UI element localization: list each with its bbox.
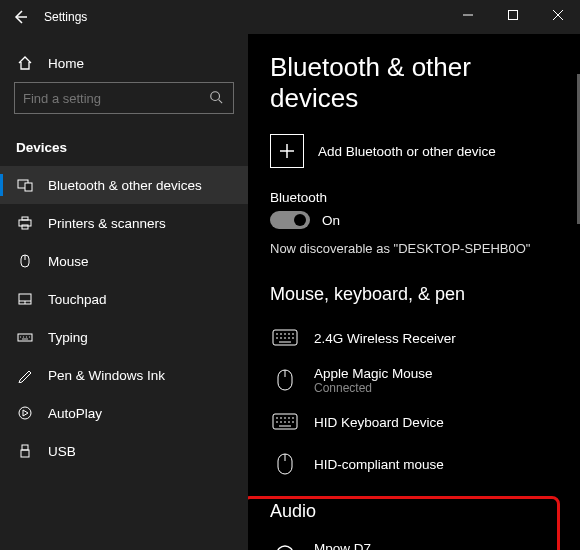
main-panel: Bluetooth & other devices Add Bluetooth …: [248, 34, 580, 550]
bluetooth-label: Bluetooth: [270, 190, 558, 205]
svg-rect-11: [22, 445, 28, 450]
device-status: Connected: [314, 381, 433, 395]
sidebar-item-label: Touchpad: [48, 292, 107, 307]
bluetooth-toggle[interactable]: [270, 211, 310, 229]
close-button[interactable]: [535, 0, 580, 30]
titlebar: Settings: [0, 0, 580, 34]
maximize-button[interactable]: [490, 0, 535, 30]
svg-rect-3: [25, 183, 32, 191]
device-row[interactable]: Apple Magic Mouse Connected: [270, 359, 558, 401]
mouse-icon: [16, 252, 34, 270]
keyboard-icon: [270, 409, 300, 435]
search-input[interactable]: [23, 91, 209, 106]
pen-icon: [16, 366, 34, 384]
window-controls: [445, 0, 580, 30]
discoverable-text: Now discoverable as "DESKTOP-SPEHB0O": [270, 241, 558, 256]
sidebar-item-bluetooth[interactable]: Bluetooth & other devices: [0, 166, 248, 204]
section-title-mkp: Mouse, keyboard, & pen: [270, 284, 558, 305]
touchpad-icon: [16, 290, 34, 308]
sidebar-item-label: Mouse: [48, 254, 89, 269]
sidebar-item-printers[interactable]: Printers & scanners: [0, 204, 248, 242]
back-arrow-icon: [12, 9, 28, 25]
search-box[interactable]: [14, 82, 234, 114]
minimize-button[interactable]: [445, 0, 490, 30]
plus-icon: [270, 134, 304, 168]
svg-rect-9: [18, 334, 32, 341]
svg-rect-0: [508, 11, 517, 20]
sidebar: Home Devices Bluetooth & other devices P: [0, 34, 248, 550]
sidebar-item-label: Typing: [48, 330, 88, 345]
add-device-label: Add Bluetooth or other device: [318, 144, 496, 159]
sidebar-item-label: AutoPlay: [48, 406, 102, 421]
sidebar-item-label: USB: [48, 444, 76, 459]
sidebar-item-pen[interactable]: Pen & Windows Ink: [0, 356, 248, 394]
sidebar-item-label: Printers & scanners: [48, 216, 166, 231]
toggle-knob: [294, 214, 306, 226]
back-button[interactable]: [0, 0, 40, 34]
device-row[interactable]: 2.4G Wireless Receiver: [270, 317, 558, 359]
svg-rect-5: [22, 217, 28, 220]
typing-icon: [16, 328, 34, 346]
page-heading: Bluetooth & other devices: [270, 52, 558, 114]
device-row[interactable]: HID Keyboard Device: [270, 401, 558, 443]
sidebar-section-label: Devices: [16, 140, 67, 155]
sidebar-item-touchpad[interactable]: Touchpad: [0, 280, 248, 318]
sidebar-item-autoplay[interactable]: AutoPlay: [0, 394, 248, 432]
device-name: 2.4G Wireless Receiver: [314, 331, 456, 346]
sidebar-home[interactable]: Home: [0, 44, 248, 82]
sidebar-home-label: Home: [48, 56, 84, 71]
maximize-icon: [508, 10, 518, 20]
search-icon: [209, 90, 225, 106]
device-name: HID Keyboard Device: [314, 415, 444, 430]
device-row-audio[interactable]: Mpow D7 Connected voice, music: [270, 534, 558, 550]
section-title-audio: Audio: [270, 501, 558, 522]
svg-point-10: [19, 407, 31, 419]
device-name: Mpow D7: [314, 541, 441, 551]
device-name: Apple Magic Mouse: [314, 366, 433, 381]
bluetooth-toggle-state: On: [322, 213, 340, 228]
device-row[interactable]: HID-compliant mouse: [270, 443, 558, 485]
sidebar-section-devices: Devices: [0, 128, 248, 166]
keyboard-icon: [270, 325, 300, 351]
sidebar-item-mouse[interactable]: Mouse: [0, 242, 248, 280]
minimize-icon: [463, 10, 473, 20]
sidebar-item-usb[interactable]: USB: [0, 432, 248, 470]
headset-icon: [270, 542, 300, 550]
svg-point-1: [211, 92, 220, 101]
autoplay-icon: [16, 404, 34, 422]
window-title: Settings: [44, 10, 87, 24]
svg-rect-12: [21, 450, 29, 457]
home-icon: [16, 54, 34, 72]
sidebar-item-typing[interactable]: Typing: [0, 318, 248, 356]
sidebar-item-label: Bluetooth & other devices: [48, 178, 202, 193]
close-icon: [553, 10, 563, 20]
mouse-device-icon: [270, 367, 300, 393]
mouse-device-icon: [270, 451, 300, 477]
devices-icon: [16, 176, 34, 194]
printer-icon: [16, 214, 34, 232]
usb-icon: [16, 442, 34, 460]
device-name: HID-compliant mouse: [314, 457, 444, 472]
sidebar-item-label: Pen & Windows Ink: [48, 368, 165, 383]
add-device-button[interactable]: Add Bluetooth or other device: [270, 134, 558, 168]
